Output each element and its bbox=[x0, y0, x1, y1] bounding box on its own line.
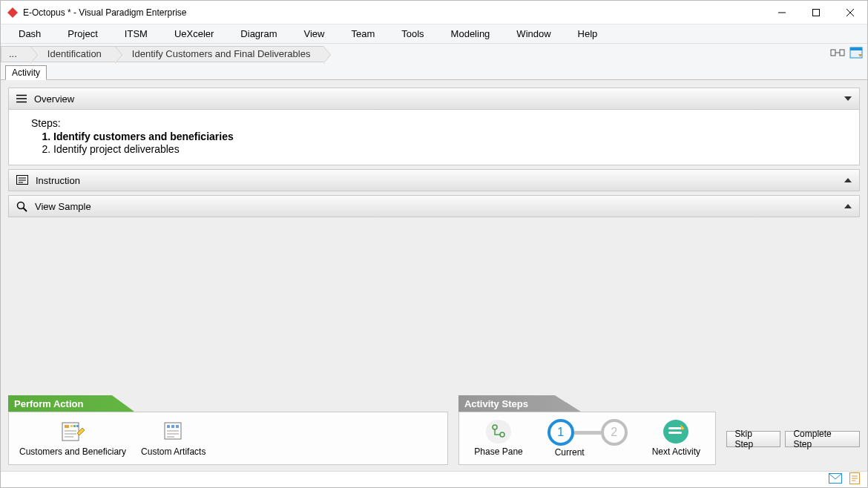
breadcrumb-root[interactable]: ... bbox=[1, 46, 30, 62]
instruction-title: Instruction bbox=[36, 175, 80, 186]
perform-action-dock: Perform Action bbox=[8, 395, 448, 465]
complete-step-button[interactable]: Complete Step bbox=[785, 431, 860, 447]
svg-rect-41 bbox=[668, 427, 682, 429]
svg-rect-2 bbox=[813, 9, 820, 16]
menu-dash[interactable]: Dash bbox=[5, 26, 54, 42]
close-button[interactable] bbox=[833, 1, 867, 24]
activity-steps-title: Activity Steps bbox=[458, 395, 717, 412]
minimize-button[interactable] bbox=[765, 1, 799, 24]
svg-marker-14 bbox=[844, 96, 852, 101]
svg-point-38 bbox=[486, 420, 510, 444]
menu-diagram[interactable]: Diagram bbox=[227, 26, 290, 42]
custom-artifacts-item[interactable]: Custom Artifacts bbox=[138, 418, 208, 458]
titlebar: E-Octopus * - Visual Paradigm Enterprise bbox=[1, 1, 867, 24]
next-activity-label: Next Activity bbox=[652, 446, 700, 457]
phase-pane-icon bbox=[486, 420, 511, 444]
menu-team[interactable]: Team bbox=[338, 26, 388, 42]
bottom-docks: Perform Action bbox=[8, 395, 860, 465]
view-sample-header[interactable]: View Sample bbox=[9, 196, 859, 217]
instruction-icon bbox=[16, 175, 28, 185]
overview-panel: Overview Steps: Identify customers and b… bbox=[8, 88, 860, 165]
dock-item-label: Custom Artifacts bbox=[141, 446, 206, 457]
tab-activity[interactable]: Activity bbox=[5, 65, 47, 80]
svg-line-21 bbox=[24, 208, 27, 211]
svg-rect-26 bbox=[73, 425, 76, 427]
svg-point-20 bbox=[18, 202, 24, 208]
app-window: E-Octopus * - Visual Paradigm Enterprise… bbox=[0, 0, 868, 488]
view-sample-title: View Sample bbox=[35, 201, 91, 212]
current-label: Current bbox=[555, 447, 585, 458]
perform-action-body: Customers and Beneficiary bbox=[8, 412, 448, 465]
panel-icon[interactable] bbox=[849, 47, 863, 61]
statusbar bbox=[1, 471, 867, 487]
chevron-down-icon bbox=[844, 96, 852, 101]
menu-view[interactable]: View bbox=[290, 26, 338, 42]
steps-list: Identify customers and beneficiariesIden… bbox=[31, 131, 837, 155]
overview-body: Steps: Identify customers and beneficiar… bbox=[9, 109, 859, 165]
breadcrumb-item[interactable]: Identification bbox=[30, 46, 115, 62]
svg-rect-33 bbox=[171, 425, 174, 428]
menu-modeling[interactable]: Modeling bbox=[438, 26, 504, 42]
svg-rect-6 bbox=[840, 50, 844, 56]
note-icon[interactable] bbox=[849, 472, 860, 487]
bottom-buttons: Skip Step Complete Step bbox=[726, 431, 860, 447]
phase-pane-label: Phase Pane bbox=[474, 446, 522, 457]
layout-icon[interactable] bbox=[830, 47, 845, 61]
instruction-panel: Instruction bbox=[8, 169, 860, 191]
chevron-up-icon bbox=[844, 204, 852, 208]
work-area: Overview Steps: Identify customers and b… bbox=[1, 80, 867, 471]
menu-icon bbox=[16, 94, 27, 103]
activity-steps-dock: Activity Steps Phase Pane bbox=[458, 395, 717, 465]
grid-icon bbox=[161, 420, 186, 444]
svg-rect-24 bbox=[65, 425, 69, 428]
breadcrumb: ... Identification Identify Customers an… bbox=[1, 44, 323, 64]
instruction-header[interactable]: Instruction bbox=[9, 170, 859, 191]
phase-pane-item[interactable]: Phase Pane bbox=[471, 418, 525, 458]
menu-help[interactable]: Help bbox=[565, 26, 611, 42]
step-connector bbox=[574, 431, 601, 435]
toolbar-icons bbox=[830, 47, 863, 61]
app-icon bbox=[7, 7, 19, 19]
svg-rect-42 bbox=[668, 432, 682, 434]
menubar: DashProjectITSMUeXcelerDiagramViewTeamTo… bbox=[1, 24, 867, 43]
svg-rect-32 bbox=[167, 425, 170, 428]
menu-itsm[interactable]: ITSM bbox=[111, 26, 161, 42]
svg-rect-25 bbox=[70, 425, 73, 427]
chevron-up-icon bbox=[844, 178, 852, 182]
step-2-circle: 2 bbox=[601, 419, 628, 446]
step-1-circle: 1 bbox=[548, 419, 574, 446]
window-title: E-Octopus * - Visual Paradigm Enterprise bbox=[23, 7, 765, 18]
perform-action-title: Perform Action bbox=[8, 395, 448, 412]
activity-steps-body: Phase Pane 1 2 Current bbox=[458, 412, 717, 465]
menu-window[interactable]: Window bbox=[503, 26, 564, 42]
svg-rect-5 bbox=[831, 50, 835, 56]
svg-rect-27 bbox=[76, 425, 79, 427]
customers-beneficiary-item[interactable]: Customers and Beneficiary bbox=[16, 418, 129, 458]
form-icon bbox=[60, 420, 85, 444]
menu-tools[interactable]: Tools bbox=[388, 26, 437, 42]
svg-marker-0 bbox=[7, 7, 18, 18]
magnifier-icon bbox=[16, 201, 27, 212]
overview-header[interactable]: Overview bbox=[9, 88, 859, 109]
menu-project[interactable]: Project bbox=[54, 26, 111, 42]
step-item: Identify project deliverables bbox=[53, 143, 837, 155]
breadcrumb-item[interactable]: Identify Customers and Final Deliverable… bbox=[115, 46, 324, 62]
window-buttons bbox=[765, 1, 867, 24]
maximize-button[interactable] bbox=[799, 1, 833, 24]
tabs-row: Activity bbox=[1, 64, 867, 80]
menu-uexceler[interactable]: UeXceler bbox=[161, 26, 227, 42]
step-item: Identify customers and beneficiaries bbox=[53, 131, 837, 142]
next-activity-icon bbox=[663, 420, 688, 444]
svg-rect-9 bbox=[850, 47, 862, 50]
mail-icon[interactable] bbox=[829, 473, 842, 486]
dock-item-label: Customers and Beneficiary bbox=[19, 446, 126, 457]
current-step-item[interactable]: 1 2 Current bbox=[545, 418, 631, 459]
svg-marker-19 bbox=[844, 178, 852, 182]
skip-step-button[interactable]: Skip Step bbox=[726, 431, 780, 447]
next-activity-item[interactable]: Next Activity bbox=[649, 418, 703, 458]
overview-title: Overview bbox=[34, 93, 74, 105]
toolbar-row: ... Identification Identify Customers an… bbox=[1, 43, 867, 64]
steps-label: Steps: bbox=[31, 117, 837, 129]
view-sample-panel: View Sample bbox=[8, 195, 860, 217]
svg-marker-22 bbox=[844, 204, 852, 208]
